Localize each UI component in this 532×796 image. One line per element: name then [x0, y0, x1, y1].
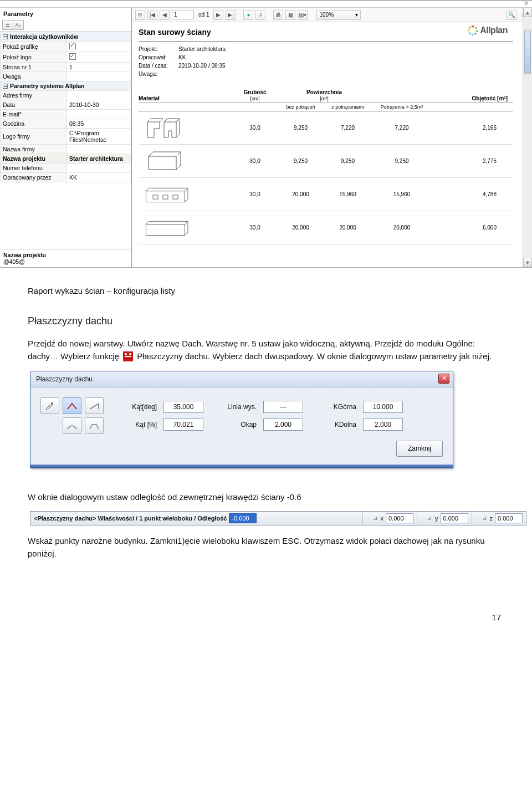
input-linia[interactable]: --- [263, 401, 303, 413]
first-page-icon[interactable]: |◀ [147, 10, 157, 20]
next-page-icon[interactable]: ▶ [213, 10, 223, 20]
layout-icon[interactable]: ▦ [285, 10, 295, 20]
svg-rect-2 [153, 195, 158, 198]
th-obj: Objętość [m³] [432, 95, 513, 101]
prop-value[interactable]: C:\Program Files\Nemetsc [67, 129, 131, 145]
prop-label: Opracowany przez [1, 173, 67, 182]
prop-value[interactable] [67, 91, 131, 100]
search-icon[interactable]: 🔍 [507, 10, 516, 20]
table-row: 30,020,00015,96015,9604,788 [139, 178, 513, 211]
logo-ring-icon [468, 25, 478, 35]
page-of-label: od 1 [198, 12, 209, 18]
table-row: 30,020,00020,00020,0006,000 [139, 211, 513, 244]
svg-point-6 [51, 402, 53, 405]
command-prompt: <Płaszczyzny dachu> Właściwości / 1 punk… [34, 514, 227, 523]
hip-roof-tool-icon[interactable] [63, 417, 81, 434]
cell-pow-bez: 20,000 [277, 191, 324, 197]
prop-value[interactable]: 08:35 [67, 119, 131, 129]
roof-planes-icon [123, 351, 133, 361]
editor-value: @405@ [3, 258, 25, 265]
prop-value[interactable]: KK [67, 173, 131, 182]
command-bar: <Płaszczyzny dachu> Właściwości / 1 punk… [30, 511, 526, 525]
text-span: Płaszczyzny dachu. Wybierz dach dwuspado… [137, 351, 492, 361]
dialog-title-text: Płaszczyzny dachu [36, 375, 93, 383]
cell-pow-bez: 9,250 [277, 125, 324, 131]
shed-roof-tool-icon[interactable] [85, 397, 104, 414]
sort-category-icon[interactable]: ☰ [2, 20, 13, 30]
body-paragraph: W oknie dialogowym ustaw odległość od ze… [28, 491, 504, 503]
zoom-value: 100% [319, 12, 334, 18]
prop-label: Numer telefonu [1, 164, 67, 173]
report-meta: Projekt:Starter architektura Opracował:K… [139, 45, 513, 78]
mansard-roof-tool-icon[interactable] [85, 417, 104, 434]
input-okap[interactable]: 2.000 [263, 419, 303, 431]
properties-panel: Parametry ☰ A↓ −Interakcja użytkowników … [0, 8, 132, 267]
dialog-titlebar[interactable]: Płaszczyzny dachu ✕ [30, 371, 453, 388]
prop-value[interactable] [67, 52, 131, 63]
meta-val: KK [178, 53, 186, 62]
svg-rect-5 [146, 224, 185, 235]
gable-roof-tool-icon[interactable] [63, 397, 81, 414]
th-pow-unit: [m²] [320, 96, 329, 101]
scroll-up-icon[interactable]: ▲ [523, 8, 532, 17]
y-input[interactable]: 0.000 [441, 513, 468, 523]
axis-y-icon: ⊿ [425, 514, 434, 523]
sub-bez: bez potrąceń [277, 104, 324, 110]
cell-potracenia: 7,220 [371, 125, 432, 131]
prop-value[interactable] [67, 72, 131, 81]
input-kdolna[interactable]: 2.000 [363, 419, 403, 431]
input-kat-deg[interactable]: 35.000 [163, 401, 203, 413]
property-editor: Nazwa projektu @405@ [0, 249, 131, 267]
checkbox-icon[interactable] [69, 43, 76, 49]
cell-grubosc: 30,0 [233, 125, 277, 131]
checkbox-icon[interactable] [69, 53, 76, 60]
expand-icon[interactable]: − [3, 84, 8, 89]
close-button[interactable]: Zamknij [396, 441, 443, 457]
prop-label: Adres firmy [1, 91, 67, 100]
eyedropper-tool-icon[interactable] [40, 397, 59, 414]
prop-label: Nazwa firmy [1, 145, 67, 154]
help-icon[interactable]: ? [0, 1, 532, 8]
prop-label: Nazwa projektu [1, 154, 67, 164]
prop-value[interactable]: 2010-10-30 [67, 100, 131, 110]
properties-title: Parametry [0, 8, 131, 19]
print-icon[interactable]: 🖶 [273, 10, 283, 20]
cell-grubosc: 30,0 [233, 158, 277, 164]
cell-pow-zpot: 15,960 [324, 191, 371, 197]
last-page-icon[interactable]: ▶| [226, 10, 236, 20]
prop-label: Data [1, 100, 67, 110]
vertical-scrollbar[interactable]: ▲ ▼ [523, 8, 532, 267]
wall-thumbnail [139, 215, 233, 241]
caption-report: Raport wykazu ścian – konfiguracja listy [28, 284, 504, 297]
page-number-input[interactable]: 1 [172, 11, 194, 19]
x-input[interactable]: 0.000 [386, 513, 413, 523]
stop-icon[interactable]: ● [243, 10, 253, 20]
prev-page-icon[interactable]: ◀ [160, 10, 170, 20]
z-input[interactable]: 0.000 [495, 513, 523, 523]
scroll-down-icon[interactable]: ▼ [523, 258, 532, 267]
prop-label: Godzina [1, 119, 67, 129]
prop-value[interactable] [67, 145, 131, 154]
meta-key: Opracował: [139, 53, 178, 62]
cell-objetosc: 2,775 [432, 158, 513, 164]
input-kat-pct[interactable]: 70.021 [163, 419, 203, 431]
prop-value[interactable]: 1 [67, 63, 131, 72]
sort-alpha-icon[interactable]: A↓ [13, 20, 24, 30]
expand-icon[interactable]: − [3, 34, 8, 39]
prop-value[interactable]: Starter architektura [67, 154, 131, 164]
refresh-icon[interactable]: ⟳ [135, 10, 145, 20]
export-icon[interactable]: ⇩ [255, 10, 265, 20]
scroll-thumb[interactable] [524, 30, 531, 74]
prop-value[interactable] [67, 42, 131, 52]
close-icon[interactable]: ✕ [438, 374, 449, 384]
zoom-select[interactable]: 100%▾ [316, 10, 361, 20]
prop-value[interactable] [67, 164, 131, 173]
label-kat-pct: Kąt [%] [119, 420, 157, 430]
label-kat-deg: Kąt[deg] [119, 402, 157, 412]
distance-input[interactable]: -0.600 [229, 513, 257, 523]
svg-rect-0 [149, 156, 176, 170]
page-setup-icon[interactable]: ▤▾ [298, 10, 308, 20]
prop-label: Pokaż logo [1, 52, 67, 63]
prop-value[interactable] [67, 110, 131, 119]
input-kgorna[interactable]: 10.000 [363, 401, 403, 413]
